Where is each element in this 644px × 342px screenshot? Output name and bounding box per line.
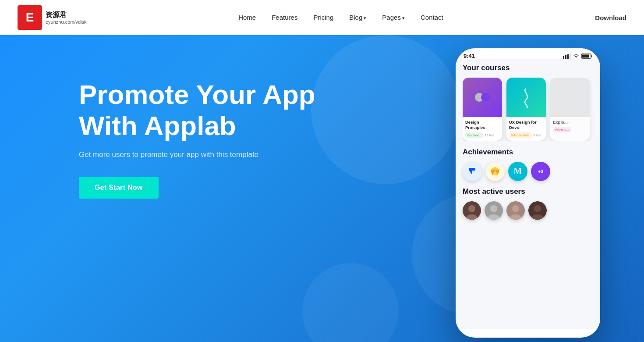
users-section: Most active users <box>463 187 593 220</box>
achievement-framer <box>463 162 482 181</box>
courses-section: Your courses Design Principle <box>463 64 593 141</box>
phone-time: 9:41 <box>464 53 475 59</box>
courses-row: Design Principles Beginner 12 hrs <box>463 78 593 141</box>
course-card-2[interactable]: UX Design for Devs Intermediate 8 hrs <box>506 78 546 141</box>
course-card-1[interactable]: Design Principles Beginner 12 hrs <box>463 78 502 141</box>
deco-circle-1 <box>311 35 460 184</box>
hero-cta-button[interactable]: Get Start Now <box>79 177 159 199</box>
achievements-section: Achievements <box>463 148 593 181</box>
phone-content: Your courses Design Principle <box>456 59 600 329</box>
course-card-info-3: Explo... Advanc... <box>550 117 590 135</box>
battery-icon <box>581 53 592 59</box>
squiggle-icon <box>520 86 533 108</box>
achievement-sketch <box>485 162 505 181</box>
avatar-face-1 <box>463 201 481 220</box>
course-badge-1: Beginner <box>465 132 483 138</box>
users-title: Most active users <box>463 187 593 196</box>
avatar-face-3 <box>506 201 525 220</box>
avatar-face-2 <box>485 201 503 220</box>
svg-rect-6 <box>582 54 589 57</box>
course-card-info-1: Design Principles Beginner 12 hrs <box>463 117 502 141</box>
course-duration-2: 8 hrs <box>534 133 541 137</box>
course-thumb-2 <box>506 78 546 117</box>
navbar: E 资源君 eyunzhu.com/vdisk Home Features Pr… <box>0 0 644 35</box>
nav-pages[interactable]: Pages <box>382 14 405 21</box>
course-card-info-2: UX Design for Devs Intermediate 8 hrs <box>506 117 546 141</box>
user-avatar-3 <box>506 201 525 220</box>
phone-frame: 9:41 <box>456 48 600 338</box>
avatar-placeholder-3 <box>506 201 525 220</box>
hero-content: Promote Your App With Applab Get more us… <box>79 79 315 199</box>
nav-pricing[interactable]: Pricing <box>313 14 333 21</box>
phone-mockup: 9:41 <box>456 48 600 338</box>
logo-text-block: 资源君 eyunzhu.com/vdisk <box>46 11 87 24</box>
miro-letter: M <box>514 166 522 176</box>
user-avatar-2 <box>485 201 503 220</box>
avatar-placeholder-1 <box>463 201 481 220</box>
svg-rect-3 <box>570 53 571 59</box>
hero-title: Promote Your App With Applab <box>79 79 315 142</box>
user-avatar-1 <box>463 201 481 220</box>
nav-links: Home Features Pricing Blog Pages Contact <box>238 14 443 21</box>
course-name-1: Design Principles <box>465 120 499 131</box>
hero-subtitle: Get more users to promote your app with … <box>79 150 315 159</box>
course-thumb-1 <box>463 78 502 117</box>
svg-rect-1 <box>565 55 566 59</box>
course-thumb-3 <box>550 78 590 117</box>
course-badge-row-2: Intermediate 8 hrs <box>509 132 543 138</box>
logo-icon: E <box>18 5 42 30</box>
course-duration-1: 12 hrs <box>485 133 494 137</box>
achievement-plus: +3 <box>531 162 550 181</box>
course-name-3: Explo... <box>553 120 587 125</box>
sketch-icon <box>490 166 500 177</box>
svg-point-14 <box>468 205 475 212</box>
user-avatars <box>463 201 593 220</box>
framer-icon <box>467 166 478 177</box>
wifi-icon <box>573 53 580 59</box>
user-avatar-4 <box>528 201 547 220</box>
achievement-miro: M <box>508 162 527 181</box>
course-badge-2: Intermediate <box>509 132 532 138</box>
courses-title: Your courses <box>463 64 593 72</box>
avatar-face-4 <box>528 201 547 220</box>
phone-status-bar: 9:41 <box>456 48 600 59</box>
logo-title: 资源君 <box>46 11 87 19</box>
svg-rect-0 <box>563 56 564 59</box>
course-badge-row-1: Beginner 12 hrs <box>465 132 499 138</box>
svg-point-4 <box>576 57 577 58</box>
course-badge-3: Advanc... <box>553 127 571 132</box>
nav-contact[interactable]: Contact <box>421 14 443 21</box>
course-name-2: UX Design for Devs <box>509 120 543 131</box>
course-badge-row-3: Advanc... <box>553 127 587 132</box>
svg-rect-2 <box>567 54 569 59</box>
signal-icon <box>563 53 571 59</box>
avatar-placeholder-2 <box>485 201 503 220</box>
achievements-title: Achievements <box>463 148 593 157</box>
hero-section: E 资源君 eyunzhu.com/vdisk Home Features Pr… <box>0 0 644 342</box>
course-card-3[interactable]: Explo... Advanc... <box>550 78 590 141</box>
nav-features[interactable]: Features <box>272 14 297 21</box>
svg-point-17 <box>490 205 497 212</box>
achievement-icons: M +3 <box>463 162 593 181</box>
nav-home[interactable]: Home <box>238 14 256 21</box>
achievement-plus-label: +3 <box>538 169 544 174</box>
nav-blog[interactable]: Blog <box>349 14 366 21</box>
download-button[interactable]: Download <box>595 14 626 21</box>
deco-circle-2 <box>302 263 399 342</box>
status-icons <box>563 53 592 59</box>
svg-point-23 <box>534 205 541 212</box>
logo-subtitle: eyunzhu.com/vdisk <box>46 19 87 25</box>
avatar-placeholder-4 <box>528 201 547 220</box>
svg-point-20 <box>512 205 519 212</box>
svg-marker-9 <box>491 167 499 170</box>
logo[interactable]: E 资源君 eyunzhu.com/vdisk <box>18 5 87 30</box>
svg-rect-7 <box>591 55 592 57</box>
